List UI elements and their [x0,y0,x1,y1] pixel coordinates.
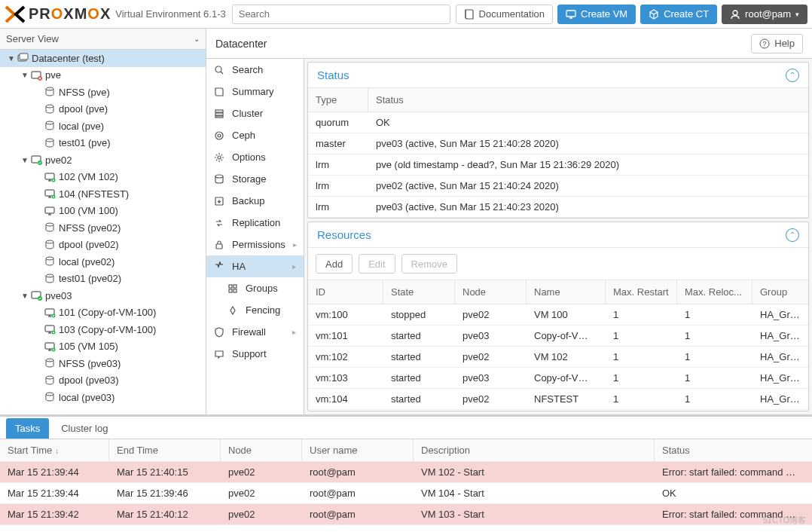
status-row[interactable]: masterpve03 (active, Sun Mar 15 21:40:28… [308,133,808,154]
task-row[interactable]: Mar 15 21:39:44Mar 15 21:39:46pve02root@… [0,483,812,504]
create-vm-button[interactable]: Create VM [557,5,636,24]
status-panel: Status ⌃ Type Status quorumOKmasterpve03… [307,62,809,219]
create-ct-button[interactable]: Create CT [640,5,717,24]
tree-node[interactable]: local (pve) [0,118,206,135]
svg-rect-40 [215,110,223,112]
resource-row[interactable]: vm:100stoppedpve02VM 10011HA_Grou [308,304,808,326]
tree-node[interactable]: dpool (pve) [0,101,206,118]
user-icon [730,9,740,20]
dc-icon [17,53,30,63]
submenu-item-backup[interactable]: Backup [206,190,304,212]
tree-node[interactable]: local (pve03) [0,389,206,406]
view-selector[interactable]: Server View ⌄ [0,29,206,50]
book-icon [214,87,224,97]
status-row[interactable]: quorumOK [308,112,808,133]
submenu-item-summary[interactable]: Summary [206,81,304,102]
tree-node-label: dpool (pve) [59,103,108,115]
submenu: SearchSummaryClusterCephOptionsStorageBa… [206,59,304,414]
submenu-item-label: Support [232,348,267,359]
search-container [232,5,450,24]
storage-icon [44,392,57,402]
tree-node[interactable]: NFSS (pve) [0,84,206,101]
help-icon: ? [759,38,770,49]
resource-row[interactable]: vm:104startedpve02NFSTEST11HA_Grou [308,389,808,410]
tree-node[interactable]: 104 (NFSTEST) [0,185,206,203]
tree-node[interactable]: ▼Datacenter (test) [0,50,206,67]
submenu-item-cluster[interactable]: Cluster [206,102,304,124]
app-header: PROXMOX Virtual Environment 6.1-3 Docume… [0,0,812,29]
edit-button[interactable]: Edit [359,254,395,274]
tree-node[interactable]: 103 (Copy-of-VM-100) [0,321,206,338]
tree-node-label: pve [45,69,61,81]
submenu-item-label: Backup [232,195,264,206]
submenu-item-label: Options [232,151,266,163]
resource-row[interactable]: vm:102startedpve02VM 10211HA_Grou [308,347,808,368]
tree-node[interactable]: dpool (pve02) [0,237,206,254]
tree-node[interactable]: test01 (pve) [0,135,206,152]
svg-point-22 [46,274,53,277]
submenu-item-replication[interactable]: Replication [206,212,304,234]
tree-node-label: NFSS (pve02) [59,222,121,234]
tree-node[interactable]: ▼pve02 [0,151,206,169]
submenu-item-support[interactable]: Support [206,343,304,365]
resource-row[interactable]: vm:105startedpve03VM 10511HA_Grou [308,410,808,411]
svg-rect-52 [234,289,237,292]
fencing-icon [227,305,238,316]
user-menu-button[interactable]: root@pam ▾ [722,5,807,24]
submenu-item-storage[interactable]: Storage [206,168,304,190]
tree-node-label: local (pve02) [59,256,114,268]
groups-icon [227,283,238,294]
task-log-panel: Tasks Cluster log Start Time↓ End Time N… [0,414,812,532]
tab-cluster-log[interactable]: Cluster log [52,418,117,439]
resource-row[interactable]: vm:103startedpve03Copy-of-V…11HA_Grou [308,368,808,389]
submenu-item-search[interactable]: Search [206,59,304,81]
tree-node[interactable]: ▼pve [0,67,206,84]
submenu-item-permissions[interactable]: Permissions▸ [206,234,304,255]
status-row[interactable]: lrmpve03 (active, Sun Mar 15 21:40:23 20… [308,197,808,218]
documentation-button[interactable]: Documentation [456,5,553,24]
search-input[interactable] [232,5,450,24]
tree-node[interactable]: 100 (VM 100) [0,203,206,220]
expand-icon: ▼ [20,292,30,300]
submenu-item-ha[interactable]: HA▸ [206,255,304,277]
remove-button[interactable]: Remove [401,254,457,274]
tree-node[interactable]: ▼pve03 [0,287,206,304]
submenu-item-groups[interactable]: Groups [206,277,304,299]
book-icon [464,9,475,20]
vm-on-icon [44,172,57,182]
tree-node-label: Datacenter (test) [32,53,105,64]
status-row[interactable]: lrmpve (old timestamp - dead?, Sun Mar 1… [308,154,808,176]
task-row[interactable]: Mar 15 21:39:44Mar 15 21:40:15pve02root@… [0,462,812,483]
task-row[interactable]: Mar 15 21:39:42Mar 15 21:40:12pve02root@… [0,504,812,525]
tree-node[interactable]: local (pve02) [0,253,206,271]
tree-node[interactable]: test01 (pve02) [0,271,206,288]
tree-node[interactable]: 105 (VM 105) [0,338,206,356]
tree-node[interactable]: 102 (VM 102) [0,169,206,186]
submenu-item-label: Fencing [246,304,280,316]
add-button[interactable]: Add [316,254,353,274]
svg-rect-42 [215,116,223,118]
tree-node[interactable]: NFSS (pve03) [0,355,206,372]
log-tabs: Tasks Cluster log [0,417,812,439]
submenu-item-fencing[interactable]: Fencing [206,299,304,321]
submenu-item-ceph[interactable]: Ceph [206,124,304,146]
watermark: 51CTO博客 [763,515,806,526]
tree-node[interactable]: dpool (pve03) [0,372,206,390]
resource-row[interactable]: vm:101startedpve03Copy-of-V…11HA_Grou [308,326,808,347]
submenu-item-options[interactable]: Options [206,146,304,168]
tree-node-label: NFSS (pve) [59,87,110,98]
help-button[interactable]: ? Help [751,34,803,54]
tree-node[interactable]: 101 (Copy-of-VM-100) [0,304,206,322]
submenu-item-firewall[interactable]: Firewall▸ [206,321,304,343]
tree-node[interactable]: NFSS (pve02) [0,219,206,237]
tree-node-label: NFSS (pve03) [59,358,121,369]
tree-node-label: pve02 [45,154,72,166]
collapse-icon[interactable]: ⌃ [786,69,799,82]
collapse-icon[interactable]: ⌃ [786,228,799,242]
tab-tasks[interactable]: Tasks [6,418,49,439]
status-row[interactable]: lrmpve02 (active, Sun Mar 15 21:40:24 20… [308,176,808,197]
tree-node-label: 100 (VM 100) [59,205,118,216]
gear-icon [214,152,224,163]
version-label: Virtual Environment 6.1-3 [115,8,225,20]
svg-text:?: ? [763,40,767,47]
